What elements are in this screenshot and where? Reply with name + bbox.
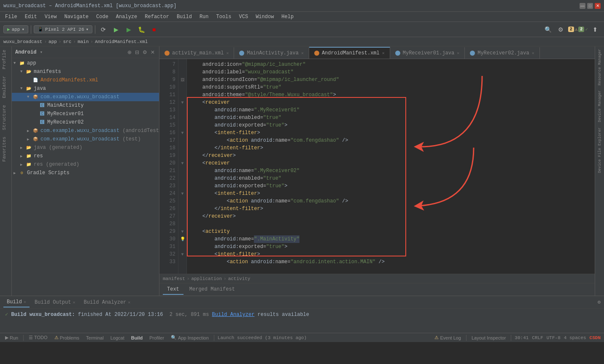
tab-mainactivity-java[interactable]: MainActivity.java ✕ — [234, 47, 309, 59]
build-analyzer-close[interactable]: ✕ — [128, 300, 130, 305]
sidebar-show-all-btn[interactable]: ⊕ — [127, 49, 132, 56]
app-selector[interactable]: ▶ app ▾ — [3, 25, 28, 33]
tab-androidmanifest-xml[interactable]: AndroidManifest.xml ✕ — [309, 47, 390, 59]
tree-item-myreceiver02[interactable]: ▼ 🅲 MyReceiver02 — [12, 118, 159, 127]
right-panel-device-file-explorer[interactable]: Device File Explorer — [597, 125, 603, 175]
build-output-close[interactable]: ✕ — [73, 300, 75, 305]
left-panel-tab-profile[interactable]: Profile — [0, 46, 11, 73]
menu-item-help[interactable]: Help — [278, 13, 297, 21]
terminal-button[interactable]: Terminal — [84, 334, 105, 341]
build-tab-build[interactable]: Build ✕ — [3, 297, 30, 307]
event-log-button[interactable]: ⚠ Event Log — [433, 334, 463, 341]
bottom-tab-merged-manifest[interactable]: Merged Manifest — [185, 285, 239, 295]
tree-item-java[interactable]: ▼ 📂 java — [12, 84, 159, 93]
logcat-button[interactable]: Logcat — [109, 334, 126, 341]
build-tab-close[interactable]: ✕ — [24, 299, 26, 305]
breadcrumb-application: application — [191, 276, 222, 281]
tree-item-mainactivity[interactable]: ▼ 🅲 MainActivity — [12, 101, 159, 110]
right-panel-resource-manager[interactable]: Resource Manager — [597, 46, 603, 88]
code-text: "true" — [263, 114, 281, 121]
menu-item-analyze[interactable]: Analyze — [113, 13, 140, 21]
tab-close-icon[interactable]: ✕ — [457, 51, 459, 56]
run-button[interactable]: ▶ — [123, 24, 134, 35]
menu-item-file[interactable]: File — [2, 13, 21, 21]
menu-item-edit[interactable]: Edit — [22, 13, 40, 21]
left-panel-tab-emulator[interactable]: Emulator — [0, 73, 11, 102]
tree-item-res-generated[interactable]: ▶ 📁 res (generated) — [12, 160, 159, 169]
fold-icon[interactable]: ▼ — [181, 229, 183, 234]
sidebar-gear-btn[interactable]: ⚙ — [142, 49, 148, 56]
close-button[interactable]: ✕ — [595, 3, 601, 9]
tab-activity-main-xml[interactable]: activity_main.xml ✕ — [159, 47, 234, 59]
minimize-button[interactable]: — — [580, 3, 585, 9]
tree-item-res[interactable]: ▶ 📁 res — [12, 152, 159, 160]
tab-myreceiver02-java[interactable]: MyReceiver02.java ✕ — [465, 47, 539, 59]
build-panel-gear[interactable]: ⚙ — [598, 299, 601, 305]
expand-button[interactable]: ⬆ — [590, 24, 601, 35]
maximize-button[interactable]: □ — [587, 3, 593, 9]
fold-icon[interactable]: ▼ — [181, 161, 183, 166]
menu-item-refactor[interactable]: Refactor — [141, 13, 173, 21]
tree-item-package-main[interactable]: ▼ 📦 com.example.wuxu_broadcast — [12, 93, 159, 101]
build-tab-analyzer[interactable]: Build Analyzer ✕ — [81, 298, 134, 307]
code-editor[interactable]: 7 8 9 10 11 12 13 14 15 16 17 18 19 20 2… — [159, 59, 595, 274]
menu-item-navigate[interactable]: Navigate — [61, 13, 92, 21]
stop-button[interactable]: ■ — [148, 24, 159, 35]
build-tab-output[interactable]: Build Output ✕ — [31, 298, 78, 307]
sync-button[interactable]: ⟳ — [98, 24, 109, 35]
build-analyzer-link[interactable]: Build Analyzer — [212, 312, 255, 318]
problems-button[interactable]: ⚠ Problems — [53, 334, 81, 341]
tab-close-icon[interactable]: ✕ — [301, 51, 304, 56]
sidebar-collapse-btn[interactable]: ⊟ — [134, 49, 140, 56]
tab-close-icon[interactable]: ✕ — [382, 51, 385, 56]
left-panel-tab-structure[interactable]: Structure — [0, 102, 11, 133]
profile-button[interactable]: ▶ — [111, 24, 121, 35]
menu-item-tools[interactable]: Tools — [213, 13, 235, 21]
tab-close-icon[interactable]: ✕ — [226, 51, 229, 56]
menu-item-vcs[interactable]: VCS — [236, 13, 252, 21]
todo-button[interactable]: ☰ TODO — [27, 334, 49, 341]
device-selector[interactable]: 📱 Pixel 2 API 26 ▾ — [34, 25, 92, 33]
profiler-button[interactable]: Profiler — [148, 334, 166, 341]
tree-item-package-androidtest[interactable]: ▶ 📦 com.example.wuxu_broadcast (androidT… — [12, 127, 159, 135]
tree-item-package-test[interactable]: ▶ 📦 com.example.wuxu_broadcast (test) — [12, 135, 159, 143]
fold-icon[interactable]: ▼ — [181, 191, 183, 196]
app-inspection-button[interactable]: 🔍 App Inspection — [169, 334, 210, 341]
left-panel-tab-favorites[interactable]: Favorites — [0, 133, 11, 165]
layout-inspector-button[interactable]: Layout Inspector — [470, 334, 507, 341]
breadcrumb-part[interactable]: src — [63, 39, 71, 44]
right-panel-device-manager[interactable]: Device Manager — [597, 88, 603, 125]
code-line-17: <action android:name="com.fengdashao" /> — [190, 137, 595, 144]
bottom-tab-text[interactable]: Text — [163, 285, 183, 295]
tree-item-myreceiver01[interactable]: ▼ 🅲 MyReceiver01 — [12, 110, 159, 118]
tab-myreceiver01-java[interactable]: MyReceiver01.java ✕ — [390, 47, 465, 59]
breadcrumb-part[interactable]: AndroidManifest.xml — [95, 39, 148, 44]
fold-icon[interactable]: ▼ — [181, 100, 183, 105]
tree-item-androidmanifest[interactable]: ▼ 📄 AndroidManifest.xml — [12, 76, 159, 84]
debug-button[interactable]: 🐛 — [136, 24, 147, 35]
cursor-position: 30:41 — [515, 335, 528, 340]
tree-item-app[interactable]: ▼ 📁 app — [12, 59, 159, 67]
menu-item-view[interactable]: View — [41, 13, 60, 21]
breadcrumb-part[interactable]: app — [49, 39, 57, 44]
menu-item-build[interactable]: Build — [173, 13, 195, 21]
line-number: 30 — [159, 235, 178, 243]
build-button[interactable]: Build — [129, 334, 145, 341]
tree-item-java-generated[interactable]: ▶ 📂 java (generated) — [12, 143, 159, 152]
menu-item-code[interactable]: Code — [93, 13, 112, 21]
fold-icon[interactable]: ▼ — [181, 131, 183, 135]
sidebar-hide-btn[interactable]: ✕ — [150, 49, 156, 56]
tree-item-gradle[interactable]: ▶ ⚙ Gradle Scripts — [12, 169, 159, 177]
menu-item-window[interactable]: Window — [252, 13, 277, 21]
run-status-button[interactable]: ▶ ▶ Run Run — [3, 334, 20, 341]
build-time: 2 sec, 891 ms — [170, 312, 209, 318]
tab-close-icon[interactable]: ✕ — [532, 51, 534, 56]
breadcrumb-part[interactable]: main — [78, 39, 89, 44]
menu-item-run[interactable]: Run — [196, 13, 212, 21]
settings-button[interactable]: ⚙ — [555, 24, 566, 35]
fold-icon[interactable]: ▼ — [181, 252, 183, 257]
tree-item-manifests[interactable]: ▼ 📂 manifests — [12, 67, 159, 76]
search-button[interactable]: 🔍 — [543, 24, 554, 35]
code-content[interactable]: android:icon="@mipmap/ic_launcher" andro… — [187, 59, 595, 274]
breadcrumb-part[interactable]: wuxu_broadcast — [3, 39, 42, 44]
